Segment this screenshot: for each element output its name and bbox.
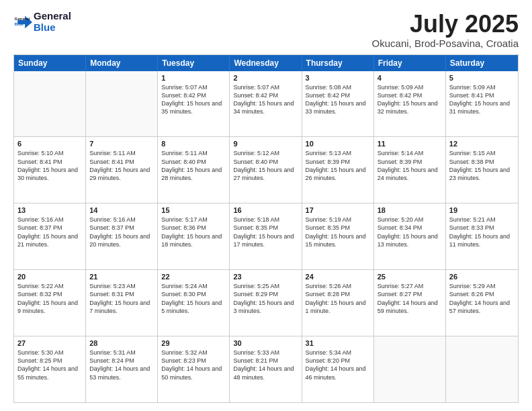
day-number: 23	[233, 273, 298, 281]
calendar-cell: 9Sunrise: 5:12 AM Sunset: 8:40 PM Daylig…	[230, 137, 302, 203]
calendar-header-cell: Sunday	[14, 55, 86, 71]
calendar-cell: 10Sunrise: 5:13 AM Sunset: 8:39 PM Dayli…	[302, 137, 374, 203]
calendar-cell	[86, 71, 158, 137]
calendar-cell: 27Sunrise: 5:30 AM Sunset: 8:25 PM Dayli…	[14, 336, 86, 402]
day-info: Sunrise: 5:33 AM Sunset: 8:21 PM Dayligh…	[233, 349, 298, 381]
day-info: Sunrise: 5:08 AM Sunset: 8:42 PM Dayligh…	[306, 83, 370, 116]
day-number: 18	[378, 206, 442, 214]
day-info: Sunrise: 5:19 AM Sunset: 8:35 PM Dayligh…	[306, 216, 370, 248]
day-info: Sunrise: 5:14 AM Sunset: 8:39 PM Dayligh…	[378, 149, 442, 182]
day-info: Sunrise: 5:11 AM Sunset: 8:40 PM Dayligh…	[161, 149, 226, 182]
calendar-cell: 7Sunrise: 5:11 AM Sunset: 8:41 PM Daylig…	[86, 137, 158, 203]
logo-icon: General Blue	[13, 13, 32, 32]
logo-general: General	[34, 11, 71, 22]
calendar-week: 27Sunrise: 5:30 AM Sunset: 8:25 PM Dayli…	[14, 336, 518, 402]
calendar-header-cell: Friday	[374, 55, 446, 71]
day-info: Sunrise: 5:18 AM Sunset: 8:35 PM Dayligh…	[233, 216, 298, 248]
calendar-header-cell: Tuesday	[158, 55, 230, 71]
day-info: Sunrise: 5:15 AM Sunset: 8:38 PM Dayligh…	[449, 149, 515, 182]
day-number: 2	[233, 74, 298, 82]
calendar-cell: 18Sunrise: 5:20 AM Sunset: 8:34 PM Dayli…	[374, 203, 446, 269]
calendar-cell: 1Sunrise: 5:07 AM Sunset: 8:42 PM Daylig…	[158, 71, 230, 137]
day-number: 16	[233, 206, 298, 214]
calendar-header-row: SundayMondayTuesdayWednesdayThursdayFrid…	[14, 55, 518, 71]
calendar-body: 1Sunrise: 5:07 AM Sunset: 8:42 PM Daylig…	[14, 71, 518, 402]
day-number: 6	[17, 140, 82, 148]
calendar-cell: 31Sunrise: 5:34 AM Sunset: 8:20 PM Dayli…	[302, 336, 374, 402]
page: General Blue General Blue July 2025 Okuc…	[0, 0, 532, 411]
day-number: 12	[449, 140, 515, 148]
day-info: Sunrise: 5:32 AM Sunset: 8:23 PM Dayligh…	[161, 349, 226, 381]
calendar-cell: 28Sunrise: 5:31 AM Sunset: 8:24 PM Dayli…	[86, 336, 158, 402]
page-title: July 2025	[372, 11, 519, 38]
calendar-cell: 20Sunrise: 5:22 AM Sunset: 8:32 PM Dayli…	[14, 270, 86, 336]
day-number: 26	[449, 273, 515, 281]
day-info: Sunrise: 5:25 AM Sunset: 8:29 PM Dayligh…	[233, 282, 298, 315]
calendar-header-cell: Saturday	[446, 55, 518, 71]
day-info: Sunrise: 5:10 AM Sunset: 8:41 PM Dayligh…	[17, 149, 82, 182]
day-number: 7	[89, 140, 154, 148]
day-info: Sunrise: 5:30 AM Sunset: 8:25 PM Dayligh…	[17, 349, 82, 381]
day-info: Sunrise: 5:11 AM Sunset: 8:41 PM Dayligh…	[89, 149, 154, 182]
calendar-cell: 22Sunrise: 5:24 AM Sunset: 8:30 PM Dayli…	[158, 270, 230, 336]
calendar-cell: 24Sunrise: 5:26 AM Sunset: 8:28 PM Dayli…	[302, 270, 374, 336]
calendar-cell	[14, 71, 86, 137]
day-number: 1	[161, 74, 226, 82]
calendar-cell: 12Sunrise: 5:15 AM Sunset: 8:38 PM Dayli…	[446, 137, 518, 203]
calendar-week: 13Sunrise: 5:16 AM Sunset: 8:37 PM Dayli…	[14, 203, 518, 270]
page-subtitle: Okucani, Brod-Posavina, Croatia	[372, 38, 519, 49]
header: General Blue General Blue July 2025 Okuc…	[13, 11, 519, 49]
day-number: 27	[17, 339, 82, 347]
svg-text:General: General	[15, 15, 30, 20]
calendar-cell: 29Sunrise: 5:32 AM Sunset: 8:23 PM Dayli…	[158, 336, 230, 402]
calendar-cell	[374, 336, 446, 402]
calendar-header-cell: Wednesday	[230, 55, 302, 71]
day-number: 15	[161, 206, 226, 214]
logo-blue: Blue	[34, 22, 71, 34]
day-info: Sunrise: 5:26 AM Sunset: 8:28 PM Dayligh…	[306, 282, 370, 315]
day-number: 10	[306, 140, 370, 148]
calendar-header-cell: Monday	[86, 55, 158, 71]
calendar-cell: 3Sunrise: 5:08 AM Sunset: 8:42 PM Daylig…	[302, 71, 374, 137]
calendar-cell: 25Sunrise: 5:27 AM Sunset: 8:27 PM Dayli…	[374, 270, 446, 336]
day-info: Sunrise: 5:13 AM Sunset: 8:39 PM Dayligh…	[306, 149, 370, 182]
calendar-cell: 2Sunrise: 5:07 AM Sunset: 8:42 PM Daylig…	[230, 71, 302, 137]
calendar-cell: 30Sunrise: 5:33 AM Sunset: 8:21 PM Dayli…	[230, 336, 302, 402]
day-info: Sunrise: 5:16 AM Sunset: 8:37 PM Dayligh…	[17, 216, 82, 248]
day-number: 5	[449, 74, 515, 82]
day-number: 28	[89, 339, 154, 347]
day-info: Sunrise: 5:24 AM Sunset: 8:30 PM Dayligh…	[161, 282, 226, 315]
day-number: 11	[378, 140, 442, 148]
day-info: Sunrise: 5:21 AM Sunset: 8:33 PM Dayligh…	[449, 216, 515, 248]
day-number: 22	[161, 273, 226, 281]
calendar-cell: 6Sunrise: 5:10 AM Sunset: 8:41 PM Daylig…	[14, 137, 86, 203]
calendar-week: 6Sunrise: 5:10 AM Sunset: 8:41 PM Daylig…	[14, 137, 518, 203]
calendar: SundayMondayTuesdayWednesdayThursdayFrid…	[13, 54, 519, 403]
calendar-cell: 16Sunrise: 5:18 AM Sunset: 8:35 PM Dayli…	[230, 203, 302, 269]
calendar-week: 20Sunrise: 5:22 AM Sunset: 8:32 PM Dayli…	[14, 270, 518, 336]
day-number: 13	[17, 206, 82, 214]
day-number: 17	[306, 206, 370, 214]
day-number: 29	[161, 339, 226, 347]
calendar-cell: 23Sunrise: 5:25 AM Sunset: 8:29 PM Dayli…	[230, 270, 302, 336]
day-info: Sunrise: 5:22 AM Sunset: 8:32 PM Dayligh…	[17, 282, 82, 315]
day-info: Sunrise: 5:09 AM Sunset: 8:42 PM Dayligh…	[378, 83, 442, 116]
calendar-week: 1Sunrise: 5:07 AM Sunset: 8:42 PM Daylig…	[14, 71, 518, 138]
day-number: 4	[378, 74, 442, 82]
calendar-cell: 11Sunrise: 5:14 AM Sunset: 8:39 PM Dayli…	[374, 137, 446, 203]
day-info: Sunrise: 5:12 AM Sunset: 8:40 PM Dayligh…	[233, 149, 298, 182]
title-block: July 2025 Okucani, Brod-Posavina, Croati…	[372, 11, 519, 49]
day-number: 25	[378, 273, 442, 281]
calendar-cell: 19Sunrise: 5:21 AM Sunset: 8:33 PM Dayli…	[446, 203, 518, 269]
day-number: 21	[89, 273, 154, 281]
logo: General Blue General Blue	[13, 11, 71, 33]
day-number: 31	[306, 339, 370, 347]
day-number: 14	[89, 206, 154, 214]
calendar-cell: 13Sunrise: 5:16 AM Sunset: 8:37 PM Dayli…	[14, 203, 86, 269]
calendar-cell: 26Sunrise: 5:29 AM Sunset: 8:26 PM Dayli…	[446, 270, 518, 336]
calendar-cell: 14Sunrise: 5:16 AM Sunset: 8:37 PM Dayli…	[86, 203, 158, 269]
day-number: 8	[161, 140, 226, 148]
calendar-cell: 4Sunrise: 5:09 AM Sunset: 8:42 PM Daylig…	[374, 71, 446, 137]
day-info: Sunrise: 5:23 AM Sunset: 8:31 PM Dayligh…	[89, 282, 154, 315]
day-number: 9	[233, 140, 298, 148]
